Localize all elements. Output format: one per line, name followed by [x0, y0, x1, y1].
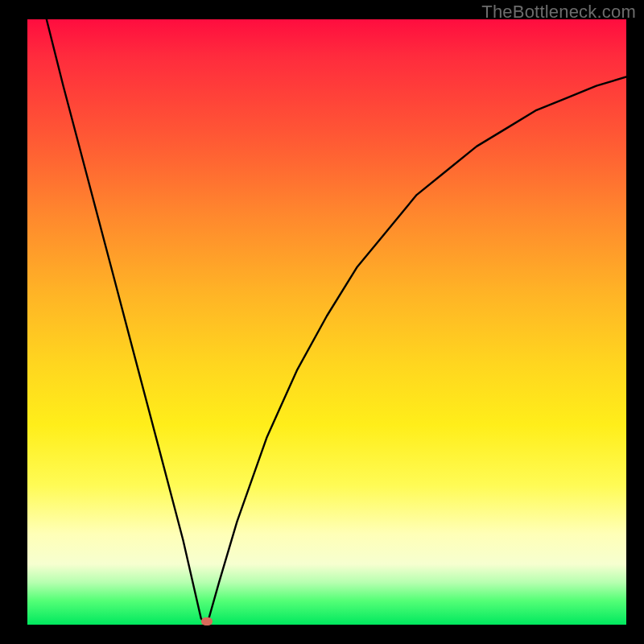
minimum-marker	[201, 617, 213, 625]
plot-area	[27, 19, 626, 625]
chart-frame: TheBottleneck.com	[0, 0, 644, 644]
curve-path	[47, 19, 626, 625]
watermark-text: TheBottleneck.com	[481, 2, 636, 23]
bottleneck-curve	[27, 19, 626, 625]
